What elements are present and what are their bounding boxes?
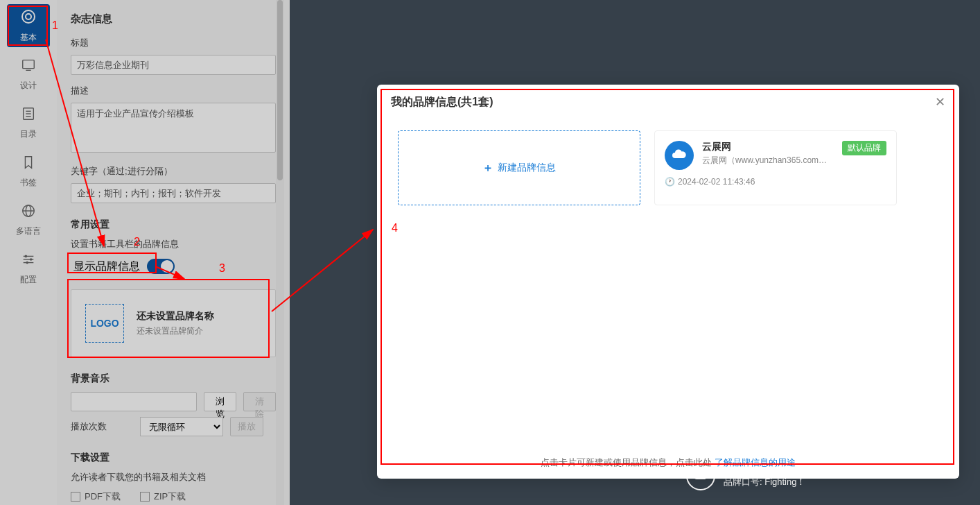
keyword-input[interactable] [71,183,276,203]
annotation-num-2: 2 [134,236,140,248]
clear-button[interactable]: 清除 [243,392,276,411]
sidebar-label: 配置 [20,274,37,286]
svg-point-14 [25,255,28,257]
sidebar-item-toc[interactable]: 目录 [7,101,50,144]
sidebar-label: 书签 [20,177,37,189]
desc-textarea[interactable] [71,103,276,153]
pdf-checkbox-item[interactable]: PDF下载 [71,490,121,503]
loop-select[interactable]: 无限循环 [140,417,223,436]
sidebar-item-bookmark[interactable]: 书签 [7,150,50,193]
sidebar-label: 设计 [20,80,37,92]
download-allow-desc: 允许读者下载您的书籍及相关文档 [71,471,276,483]
sidebar-label: 多语言 [16,225,41,237]
sidebar-label: 目录 [20,128,37,140]
sidebar: 基本 设计 目录 书签 多语言 配置 [0,0,57,505]
title-input[interactable] [71,55,276,75]
annotation-box-1 [8,6,48,46]
annotation-num-1: 1 [52,19,58,32]
title-label: 标题 [71,37,276,49]
scrollbar[interactable] [276,0,284,505]
annotation-box-2 [67,252,157,273]
sidebar-item-language[interactable]: 多语言 [7,198,50,241]
section-title-common: 常用设置 [71,219,276,231]
sidebar-item-design[interactable]: 设计 [7,53,50,96]
globe-icon [21,203,36,223]
checkbox-icon [71,492,80,502]
desc-label: 描述 [71,85,276,97]
play-count-label: 播放次数 [71,420,133,433]
section-title-bgm: 背景音乐 [71,373,276,385]
annotation-num-3: 3 [219,262,225,275]
checkbox-icon [140,492,150,502]
scrollbar-thumb[interactable] [277,0,283,180]
zip-checkbox-item[interactable]: ZIP下载 [140,490,186,503]
section-title-download: 下载设置 [71,452,276,464]
annotation-box-3 [67,279,270,358]
keyword-label: 关键字（通过;进行分隔） [71,165,276,178]
annotation-num-4: 4 [392,222,398,234]
monitor-icon [21,58,36,77]
sidebar-item-config[interactable]: 配置 [7,247,50,290]
annotation-box-4 [380,89,954,465]
svg-rect-2 [23,60,35,68]
play-button[interactable]: 播放 [230,417,263,436]
brand-sub-label: 设置书籍工具栏的品牌信息 [71,238,276,250]
bookmark-icon [21,155,36,174]
zip-label: ZIP下载 [154,490,186,503]
sliders-icon [21,252,36,271]
section-title-magazine: 杂志信息 [71,12,276,26]
svg-point-16 [26,261,28,264]
list-icon [21,106,36,126]
pdf-label: PDF下载 [85,490,121,503]
svg-point-15 [30,258,33,261]
browse-button[interactable]: 浏览 [204,392,236,411]
bgm-path-input[interactable] [71,392,197,411]
